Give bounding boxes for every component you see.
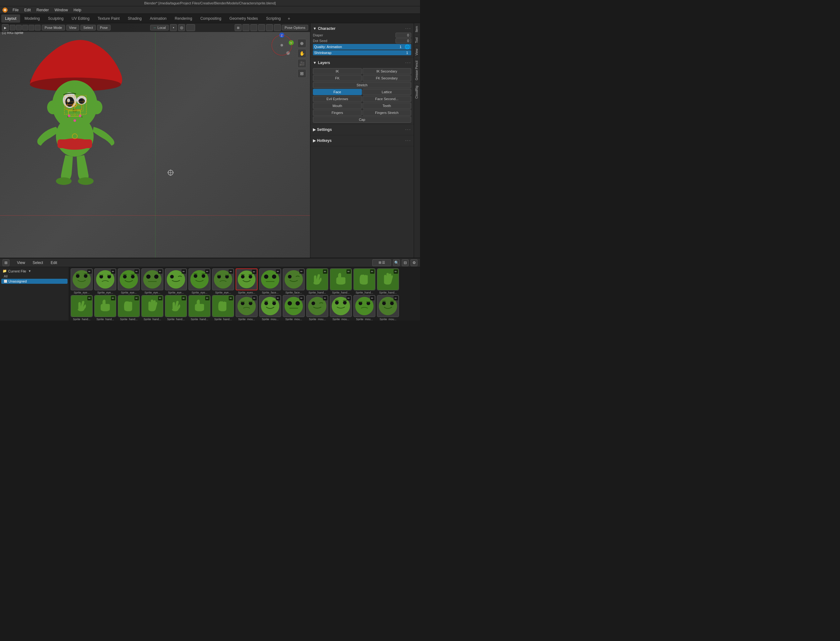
tab-scripting[interactable]: Scripting <box>262 14 284 23</box>
asset-thumb-item[interactable]: ✏ Sprite_hand... <box>165 295 187 320</box>
asset-thumb-item[interactable]: ✏ Sprite_hand... <box>376 268 399 294</box>
edit-icon[interactable]: ✏ <box>276 269 280 274</box>
layer-cap[interactable]: Cap <box>313 116 411 123</box>
vp-tool-magnify[interactable]: ⊕ <box>297 39 306 48</box>
asset-thumb-item[interactable]: ✏ Sprite_hand... <box>141 295 164 320</box>
asset-thumb-item[interactable]: ✏ Sprite_hand... <box>188 295 211 320</box>
asset-thumb-item[interactable]: ✏ Sprite_mou... <box>353 295 376 320</box>
tab-modeling[interactable]: Modeling <box>21 14 44 23</box>
layer-fingers[interactable]: Fingers <box>313 110 362 116</box>
tab-texture-paint[interactable]: Texture Paint <box>94 14 123 23</box>
prop-row-shrinkwrap[interactable]: Shrinkwrap 1 <box>313 50 411 55</box>
character-section-header[interactable]: ▼ Character ··· <box>313 24 411 33</box>
asset-thumb-item[interactable]: ✏ Sprite_eye... <box>118 268 140 294</box>
edit-icon[interactable]: ✏ <box>370 269 375 274</box>
sidebar-unassigned-item[interactable]: ⬜ Unassigned <box>1 279 68 284</box>
edit-icon[interactable]: ✏ <box>182 296 186 300</box>
asset-thumb-item[interactable]: ✏ Sprite_mou... <box>330 295 352 320</box>
search-btn[interactable]: 🔍 <box>393 259 400 266</box>
hotkeys-section-header[interactable]: ▶ Hotkeys ··· <box>313 137 411 145</box>
edit-icon[interactable]: ✏ <box>346 269 351 274</box>
bottom-edit-btn[interactable]: Edit <box>48 260 60 266</box>
asset-thumb-item[interactable]: ✏ Sprite_hand... <box>330 268 352 294</box>
tab-uv-editing[interactable]: UV Editing <box>68 14 93 23</box>
mode-icon[interactable]: ▶ <box>2 24 9 31</box>
edit-icon[interactable]: ✏ <box>229 269 233 274</box>
view-toggle[interactable]: ⊞ ☰ <box>372 259 391 266</box>
edit-icon[interactable]: ✏ <box>394 296 398 300</box>
settings-btn[interactable]: ⚙ <box>410 259 417 266</box>
layer-fingers-stretch[interactable]: Fingers Stretch <box>362 110 412 116</box>
edit-icon[interactable]: ✏ <box>111 269 115 274</box>
tab-compositing[interactable]: Compositing <box>197 14 225 23</box>
overlay-btn[interactable] <box>186 24 195 31</box>
tab-animation[interactable]: Animation <box>146 14 170 23</box>
edit-icon[interactable]: ✏ <box>252 270 256 274</box>
asset-thumb-item[interactable]: ✏ Sprite_hand... <box>306 268 329 294</box>
asset-thumb-item[interactable]: ✏ Sprite_eye... <box>212 268 234 294</box>
bottom-view-btn[interactable]: View <box>15 260 27 266</box>
asset-thumb-item[interactable]: ✏ Sprite_eye... <box>141 268 164 294</box>
edit-icon[interactable]: ✏ <box>252 296 257 300</box>
edit-icon[interactable]: ✏ <box>299 296 304 300</box>
snap-btn[interactable]: ⦁ <box>170 24 177 31</box>
layer-teeth[interactable]: Teeth <box>362 103 412 109</box>
select-btn[interactable]: Select <box>81 25 96 31</box>
asset-thumb-item[interactable]: ✏ Sprite_mou... <box>235 295 258 320</box>
vp-tool-3[interactable] <box>22 25 28 31</box>
layer-lattice[interactable]: Lattice <box>362 89 412 95</box>
layer-fk-secondary[interactable]: FK Secondary <box>362 75 412 81</box>
layers-section-header[interactable]: ▼ Layers ··· <box>313 59 411 67</box>
edit-icon[interactable]: ✏ <box>323 269 327 274</box>
edit-icon[interactable]: ✏ <box>276 296 280 300</box>
edit-icon[interactable]: ✏ <box>205 296 210 300</box>
layer-face[interactable]: Face <box>313 89 362 95</box>
edit-icon[interactable]: ✏ <box>299 269 304 274</box>
edit-icon[interactable]: ✏ <box>323 296 327 300</box>
tab-shading[interactable]: Shading <box>124 14 145 23</box>
edit-icon[interactable]: ✏ <box>134 296 139 300</box>
asset-thumb-item[interactable]: ✏ Sprite_mou... <box>306 295 329 320</box>
layer-ik[interactable]: IK <box>313 68 362 74</box>
tab-geometry-nodes[interactable]: Geometry Nodes <box>226 14 262 23</box>
viewport[interactable]: ▶ Pose Mode View Select Pose ↔ Local ⦁ <box>0 23 310 258</box>
layer-ik-secondary[interactable]: IK Secondary <box>362 68 412 74</box>
asset-thumb-item[interactable]: ✏ Sprite_face... <box>283 268 305 294</box>
pose-mode-btn[interactable]: Pose Mode <box>42 25 65 31</box>
edit-icon[interactable]: ✏ <box>229 296 233 300</box>
vp-tool-1[interactable] <box>10 25 15 31</box>
menu-help[interactable]: Help <box>71 7 84 13</box>
asset-thumb-item[interactable]: ✏ Sprite_hand... <box>118 295 140 320</box>
proportional-btn[interactable]: ◎ <box>178 24 185 31</box>
asset-thumb-item[interactable]: ✏ Sprite_hand... <box>353 268 376 294</box>
asset-browser-icon[interactable]: ⊞ <box>3 259 10 266</box>
vp-icon-2[interactable] <box>242 24 249 31</box>
diaper-value[interactable]: 0 <box>396 33 411 38</box>
layers-more[interactable]: ··· <box>405 60 411 66</box>
edit-icon[interactable]: ✏ <box>158 269 162 274</box>
tab-rendering[interactable]: Rendering <box>171 14 196 23</box>
vp-tool-4[interactable] <box>29 25 34 31</box>
hotkeys-more[interactable]: ··· <box>405 138 411 143</box>
asset-thumb-item[interactable]: ✏ Sprite_eye... <box>188 268 211 294</box>
edit-icon[interactable]: ✏ <box>346 296 351 300</box>
prop-row-quality[interactable]: Quality: Animation 1 🌐 <box>313 44 411 50</box>
edit-icon[interactable]: ✏ <box>370 296 375 300</box>
view-btn[interactable]: View <box>66 25 79 31</box>
bottom-select-btn[interactable]: Select <box>30 260 45 266</box>
edit-icon[interactable]: ✏ <box>205 269 210 274</box>
tab-sculpting[interactable]: Sculpting <box>44 14 67 23</box>
character-more[interactable]: ··· <box>405 26 411 31</box>
vp-tool-hand[interactable]: ✋ <box>297 49 306 58</box>
side-label-item[interactable]: Item <box>414 23 420 34</box>
side-label-view[interactable]: View <box>414 46 420 58</box>
edit-icon[interactable]: ✏ <box>111 296 115 300</box>
asset-thumb-item[interactable]: ✏ Sprite_eye... <box>94 268 116 294</box>
asset-thumb-item[interactable]: ✏ Sprite_hand... <box>212 295 234 320</box>
layer-evil-eyebrows[interactable]: Evil Eyebrows <box>313 96 362 102</box>
menu-render[interactable]: Render <box>34 7 51 13</box>
vp-tool-2[interactable] <box>16 25 22 31</box>
pose-btn[interactable]: Pose <box>97 25 111 31</box>
vp-icon-4[interactable] <box>258 24 265 31</box>
quality-value[interactable]: 1 <box>388 45 403 49</box>
